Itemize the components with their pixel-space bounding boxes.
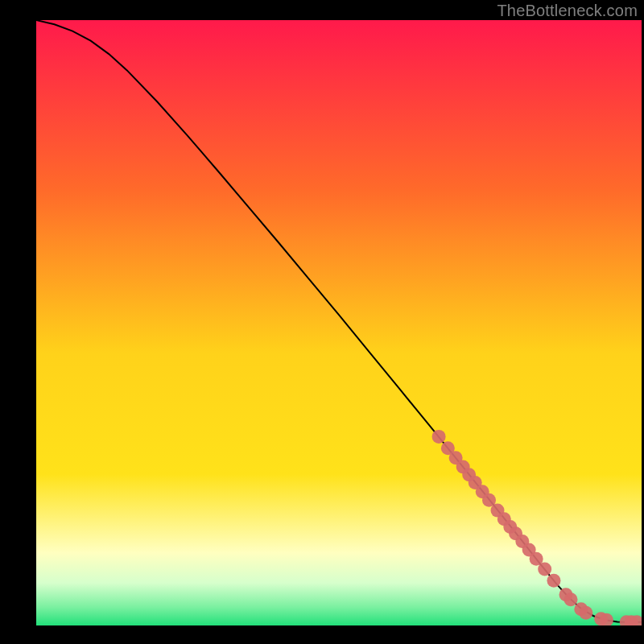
data-point (564, 592, 578, 606)
plot-area (36, 20, 642, 625)
attribution-text: TheBottleneck.com (497, 2, 638, 20)
chart-container: TheBottleneck.com (0, 0, 644, 644)
gradient-background (36, 20, 642, 625)
data-point (579, 606, 592, 620)
data-point (538, 563, 551, 576)
data-point (547, 574, 560, 588)
plot-svg (36, 20, 642, 625)
data-point (432, 430, 446, 444)
